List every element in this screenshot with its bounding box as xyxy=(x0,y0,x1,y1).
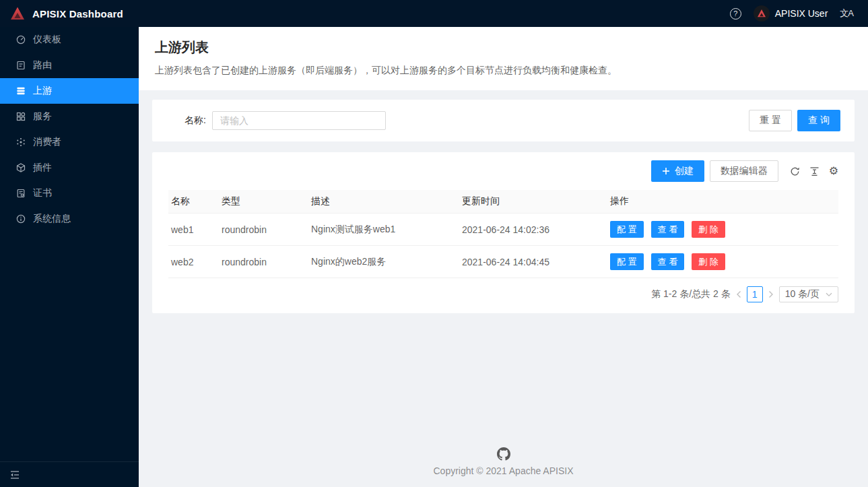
column-header-actions: 操作 xyxy=(607,190,838,214)
configure-button[interactable]: 配 置 xyxy=(610,221,644,238)
data-editor-button[interactable]: 数据编辑器 xyxy=(710,160,778,182)
sidebar-item-system-info[interactable]: 系统信息 xyxy=(0,206,139,232)
sidebar-item-label: 证书 xyxy=(33,187,52,199)
cell-actions: 配 置 查 看 删 除 xyxy=(607,214,838,246)
avatar xyxy=(754,5,770,22)
cell-description: Nginx的web2服务 xyxy=(308,246,459,278)
top-bar-right: ? APISIX User 文A xyxy=(730,5,853,22)
cell-name: web1 xyxy=(168,214,219,246)
sidebar-item-services[interactable]: 服务 xyxy=(0,104,139,129)
column-header-type: 类型 xyxy=(219,190,308,214)
help-icon[interactable]: ? xyxy=(730,8,741,20)
reload-icon[interactable] xyxy=(790,166,800,176)
route-icon xyxy=(16,61,26,70)
upstream-table: 名称 类型 描述 更新时间 操作 web1 roundrobin Nginx测试… xyxy=(168,190,838,278)
cell-type: roundrobin xyxy=(219,214,308,246)
sidebar-item-certificates[interactable]: 证书 xyxy=(0,181,139,206)
search-actions: 重 置 查 询 xyxy=(749,110,840,131)
page-title: 上游列表 xyxy=(155,38,852,57)
content-area: 名称: 重 置 查 询 创建 数据编辑器 xyxy=(139,90,868,487)
sidebar-collapse-button[interactable] xyxy=(0,461,139,487)
settings-gear-icon[interactable]: ⚙ xyxy=(829,166,838,176)
density-icon[interactable] xyxy=(809,166,820,176)
cell-updated: 2021-06-24 14:02:36 xyxy=(459,214,607,246)
create-button[interactable]: 创建 xyxy=(651,160,704,182)
prev-page-icon[interactable] xyxy=(736,290,741,298)
table-toolbar: 创建 数据编辑器 xyxy=(168,160,838,182)
next-page-icon[interactable] xyxy=(768,290,774,298)
delete-button[interactable]: 删 除 xyxy=(692,253,725,270)
page-description: 上游列表包含了已创建的上游服务（即后端服务），可以对上游服务的多个目标节点进行负… xyxy=(155,65,852,77)
sidebar-item-label: 服务 xyxy=(33,110,52,123)
column-header-description: 描述 xyxy=(308,190,459,214)
service-icon xyxy=(16,112,26,121)
chevron-down-icon xyxy=(826,292,832,297)
view-button[interactable]: 查 看 xyxy=(651,253,685,270)
certificate-icon xyxy=(16,189,26,198)
sidebar: 仪表板 路由 上游 xyxy=(0,27,139,487)
create-button-label: 创建 xyxy=(675,165,694,177)
cell-name: web2 xyxy=(168,246,219,278)
github-icon[interactable] xyxy=(497,447,510,461)
main-content: 上游列表 上游列表包含了已创建的上游服务（即后端服务），可以对上游服务的多个目标… xyxy=(139,27,868,487)
name-search-input[interactable] xyxy=(212,111,386,130)
page-header: 上游列表 上游列表包含了已创建的上游服务（即后端服务），可以对上游服务的多个目标… xyxy=(139,27,868,90)
pagination-total-text: 第 1-2 条/总共 2 条 xyxy=(651,288,730,300)
consumer-icon xyxy=(16,137,26,147)
cell-type: roundrobin xyxy=(219,246,308,278)
page-footer: Copyright © 2021 Apache APISIX xyxy=(152,447,855,487)
apisix-dashboard-app: APISIX Dashboard ? APISIX User 文A xyxy=(0,0,868,487)
sidebar-item-routes[interactable]: 路由 xyxy=(0,53,139,78)
top-bar: APISIX Dashboard ? APISIX User 文A xyxy=(0,0,868,27)
sidebar-item-label: 上游 xyxy=(33,85,52,97)
dashboard-icon xyxy=(16,35,26,44)
table-row: web2 roundrobin Nginx的web2服务 2021-06-24 … xyxy=(168,246,838,278)
plugin-icon xyxy=(16,163,26,172)
sidebar-item-label: 系统信息 xyxy=(33,213,71,225)
sidebar-item-label: 路由 xyxy=(33,59,52,71)
page-size-select[interactable]: 10 条/页 xyxy=(779,286,838,302)
avatar-logo-icon xyxy=(756,8,767,19)
delete-button[interactable]: 删 除 xyxy=(692,221,725,238)
configure-button[interactable]: 配 置 xyxy=(610,253,644,270)
sidebar-menu: 仪表板 路由 上游 xyxy=(0,27,139,461)
search-card: 名称: 重 置 查 询 xyxy=(152,100,855,141)
table-header-row: 名称 类型 描述 更新时间 操作 xyxy=(168,190,838,214)
upstream-icon xyxy=(16,86,26,96)
query-button[interactable]: 查 询 xyxy=(797,110,840,131)
plus-icon xyxy=(662,167,670,175)
cell-updated: 2021-06-24 14:04:45 xyxy=(459,246,607,278)
view-button[interactable]: 查 看 xyxy=(651,221,685,238)
sidebar-item-consumers[interactable]: 消费者 xyxy=(0,129,139,155)
copyright-text: Copyright © 2021 Apache APISIX xyxy=(433,465,573,476)
column-header-updated: 更新时间 xyxy=(459,190,607,214)
translate-icon[interactable]: 文A xyxy=(840,7,853,20)
name-field-label: 名称: xyxy=(185,115,206,127)
page-size-value: 10 条/页 xyxy=(785,288,820,300)
user-name: APISIX User xyxy=(775,8,828,19)
cell-description: Nginx测试服务web1 xyxy=(308,214,459,246)
user-menu[interactable]: APISIX User xyxy=(754,5,828,22)
page-number-1[interactable]: 1 xyxy=(747,286,763,302)
sidebar-item-upstream[interactable]: 上游 xyxy=(0,78,139,104)
sidebar-item-label: 消费者 xyxy=(33,136,61,148)
pagination: 第 1-2 条/总共 2 条 1 10 条/页 xyxy=(168,286,838,302)
upstream-table-card: 创建 数据编辑器 xyxy=(152,152,855,313)
table-row: web1 roundrobin Nginx测试服务web1 2021-06-24… xyxy=(168,214,838,246)
system-info-icon xyxy=(16,214,26,224)
sidebar-item-dashboard[interactable]: 仪表板 xyxy=(0,27,139,53)
table-tool-icons: ⚙ xyxy=(790,166,838,176)
reset-button[interactable]: 重 置 xyxy=(749,110,792,131)
app-title: APISIX Dashboard xyxy=(32,8,123,20)
sidebar-item-label: 仪表板 xyxy=(33,34,61,46)
apisix-logo-icon xyxy=(9,5,26,22)
sidebar-item-plugins[interactable]: 插件 xyxy=(0,155,139,181)
cell-actions: 配 置 查 看 删 除 xyxy=(607,246,838,278)
brand-logo-area[interactable]: APISIX Dashboard xyxy=(9,5,123,22)
sidebar-item-label: 插件 xyxy=(33,162,52,174)
column-header-name: 名称 xyxy=(168,190,219,214)
menu-fold-icon xyxy=(9,469,20,480)
